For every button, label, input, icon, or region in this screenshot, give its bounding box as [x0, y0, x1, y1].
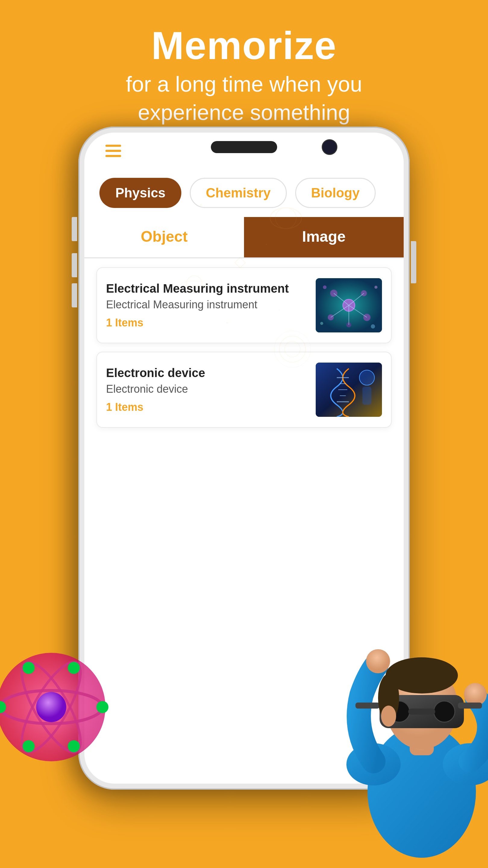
menu-line-3 [105, 155, 121, 157]
menu-button[interactable] [105, 145, 121, 157]
card-2-text: Electronic device Electronic device 1 It… [106, 366, 310, 413]
svg-point-56 [434, 701, 455, 722]
card-2-title: Electronic device [106, 366, 310, 380]
svg-point-41 [96, 701, 108, 713]
card-1-desc: Electrical Measuring instrument [106, 299, 310, 311]
svg-marker-11 [235, 257, 246, 268]
neurons-image [316, 278, 382, 333]
vr-person-svg [307, 587, 488, 868]
list-item[interactable]: Electrical Measuring instrument Electric… [96, 267, 392, 343]
card-1-title: Electrical Measuring instrument [106, 282, 310, 296]
app-content: Physics Chemistry Biology Object Image [84, 166, 404, 428]
atom-model-overlay [0, 632, 127, 784]
svg-point-24 [323, 285, 327, 289]
svg-point-51 [464, 683, 487, 706]
header-subtitle: for a long time when you experience some… [0, 70, 488, 127]
tab-object[interactable]: Object [84, 217, 244, 257]
svg-point-25 [371, 324, 375, 329]
svg-point-62 [381, 706, 396, 727]
card-1-text: Electrical Measuring instrument Electric… [106, 282, 310, 329]
tab-image[interactable]: Image [244, 217, 404, 257]
card-2-count: 1 Items [106, 401, 310, 413]
tab-physics[interactable]: Physics [99, 178, 181, 208]
svg-point-50 [366, 649, 390, 673]
menu-line-1 [105, 145, 121, 147]
svg-rect-58 [458, 703, 482, 709]
phone-notch [84, 133, 404, 166]
card-2-image [316, 363, 382, 417]
card-1-count: 1 Items [106, 316, 310, 329]
item-list: Electrical Measuring instrument Electric… [84, 267, 404, 428]
subtitle-line2: experience something [138, 100, 350, 124]
list-item[interactable]: Electronic device Electronic device 1 It… [96, 352, 392, 428]
view-tabs: Object Image [84, 217, 404, 258]
svg-point-43 [23, 740, 35, 752]
header-section: Memorize for a long time when you experi… [0, 0, 488, 145]
notch-pill [211, 141, 277, 153]
svg-point-34 [359, 370, 375, 385]
svg-rect-57 [408, 709, 435, 715]
svg-rect-59 [355, 703, 380, 709]
neuron-svg [316, 278, 382, 333]
svg-rect-28 [316, 363, 382, 417]
card-2-desc: Electronic device [106, 383, 310, 396]
svg-point-26 [375, 286, 378, 289]
dna-svg [316, 363, 382, 417]
subtitle-line1: for a long time when you [126, 72, 362, 96]
dna-image [316, 363, 382, 417]
card-1-image [316, 278, 382, 333]
atom-svg [0, 632, 127, 782]
category-tabs: Physics Chemistry Biology [84, 166, 404, 217]
svg-point-46 [68, 740, 80, 752]
svg-point-44 [68, 662, 80, 674]
svg-rect-35 [362, 387, 371, 405]
vr-person-overlay [307, 587, 488, 868]
header-title: Memorize [0, 24, 488, 67]
svg-point-42 [23, 662, 35, 674]
menu-line-2 [105, 150, 121, 152]
svg-point-27 [320, 322, 323, 325]
tab-chemistry[interactable]: Chemistry [190, 178, 287, 208]
tab-biology[interactable]: Biology [295, 178, 376, 208]
svg-point-40 [36, 692, 66, 722]
camera-dot [322, 139, 337, 155]
